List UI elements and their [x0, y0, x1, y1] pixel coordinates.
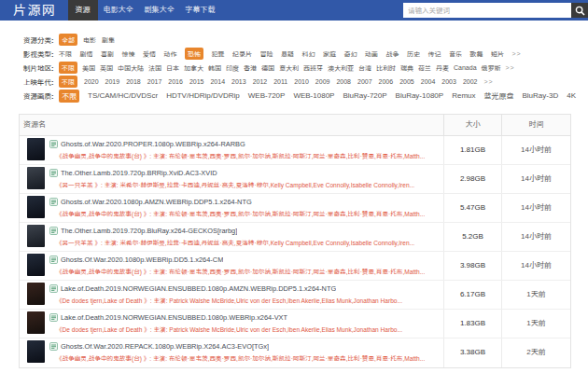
filter-option[interactable]: BluRay-720P: [343, 91, 386, 100]
filter-option[interactable]: 不限: [59, 62, 77, 74]
filter-option[interactable]: 历史: [407, 49, 420, 59]
filter-option[interactable]: 动画: [365, 49, 378, 59]
resource-name-link[interactable]: Ghosts.of.War.2020.1080p.AMZN.WEBRip.DDP…: [61, 198, 252, 206]
resource-description: 《战争幽灵,战争中的鬼故事(台) 》: 主演: 布伦顿·思韦茨,西奥·罗西,凯尔…: [56, 209, 425, 218]
nav-item-2[interactable]: 剧集大全: [139, 0, 180, 21]
filter-option[interactable]: 科幻: [302, 49, 315, 59]
resource-text: Ghosts.Of.War.2020.REPACK.1080p.WEBRip.X…: [49, 338, 425, 367]
filter-option[interactable]: 2014: [210, 78, 225, 85]
filter-option[interactable]: 瑞典: [400, 63, 413, 73]
filter-option[interactable]: 意大利: [279, 63, 299, 73]
filter-option[interactable]: 2018: [126, 78, 141, 85]
filter-option[interactable]: 台湾: [358, 63, 371, 73]
filter-option[interactable]: 不限: [59, 49, 72, 59]
filter-more[interactable]: >>: [512, 50, 522, 57]
filter-option[interactable]: 西班牙: [303, 63, 323, 73]
filter-option[interactable]: 2003: [441, 78, 456, 85]
filter-option[interactable]: 2005: [399, 78, 414, 85]
nav-item-3[interactable]: 字幕下载: [180, 0, 221, 21]
site-logo[interactable]: 片源网: [0, 0, 68, 21]
filter-option[interactable]: 法国: [148, 63, 161, 73]
filter-option[interactable]: 2019: [105, 78, 120, 85]
resource-name-link[interactable]: Ghosts.Of.War.2020.1080p.WEBRip.DD5.1.x2…: [61, 256, 223, 264]
resource-name-link[interactable]: The.Other.Lamb.2019.720p.BRRip.XviD.AC3-…: [61, 169, 217, 177]
filter-option[interactable]: 短片: [491, 49, 504, 59]
filter-option[interactable]: 2017: [147, 78, 162, 85]
filter-option[interactable]: 家庭: [323, 49, 336, 59]
filter-option[interactable]: 2016: [168, 78, 183, 85]
filter-option[interactable]: WEB-720P: [248, 91, 286, 100]
resource-text: The.Other.Lamb.2019.720p.BRRip.XviD.AC3-…: [49, 165, 414, 193]
filter-option[interactable]: 蓝光原盘: [484, 90, 514, 101]
filter-option[interactable]: 电影: [83, 35, 96, 45]
filter-option[interactable]: 剧集: [102, 35, 115, 45]
resource-name-link[interactable]: Ghosts.Of.War.2020.REPACK.1080p.WEBRip.X…: [61, 342, 269, 351]
filter-option[interactable]: 2002: [463, 78, 478, 85]
filter-option[interactable]: 2008: [336, 78, 351, 85]
filter-option[interactable]: 2013: [231, 78, 246, 85]
filter-option[interactable]: 韩国: [208, 63, 221, 73]
search-button[interactable]: [571, 3, 588, 18]
filter-option[interactable]: 不限: [59, 76, 77, 88]
filter-option[interactable]: 丹麦: [436, 63, 449, 73]
filter-option[interactable]: 2020: [84, 78, 99, 85]
filter-option[interactable]: 纪录片: [232, 49, 252, 59]
filter-option[interactable]: 2006: [379, 78, 394, 85]
filter-option[interactable]: BluRay-1080P: [396, 91, 444, 100]
filter-option[interactable]: 2015: [189, 78, 204, 85]
resource-name-link[interactable]: Lake.of.Death.2019.NORWEGIAN.ENSUBBED.10…: [61, 313, 287, 322]
filter-option[interactable]: 印度: [226, 63, 239, 73]
filter-option[interactable]: BluRay-3D: [523, 91, 559, 100]
filter-option[interactable]: 恐怖: [185, 48, 203, 60]
filter-option[interactable]: 2004: [421, 78, 436, 85]
filter-option[interactable]: 荷兰: [418, 63, 431, 73]
filter-option[interactable]: Remux: [452, 91, 475, 100]
filter-option[interactable]: 2010: [294, 78, 309, 85]
filter-option[interactable]: 德国: [261, 63, 274, 73]
filter-option[interactable]: 悬疑: [281, 49, 294, 59]
filter-option[interactable]: 惊悚: [122, 49, 135, 59]
filter-option[interactable]: 动作: [164, 49, 177, 59]
filter-option[interactable]: 音乐: [449, 49, 462, 59]
filter-option[interactable]: 俄罗斯: [482, 63, 501, 73]
filter-option[interactable]: 歌舞: [470, 49, 483, 59]
resource-name-link[interactable]: Ghosts.of.War.2020.PROPER.1080p.WEBRip.x…: [61, 140, 245, 148]
filter-option[interactable]: 英国: [100, 63, 113, 73]
filter-option[interactable]: 2007: [357, 78, 372, 85]
filter-option[interactable]: 2011: [273, 78, 287, 85]
search-input[interactable]: [403, 3, 571, 18]
cell-time: 2天前: [501, 338, 570, 367]
filter-option[interactable]: 剧情: [80, 49, 93, 59]
filter-option[interactable]: 美国: [82, 63, 95, 73]
filter-option[interactable]: 比利时: [376, 63, 396, 73]
filter-option[interactable]: 不限: [59, 90, 79, 103]
filter-option[interactable]: 传记: [428, 49, 441, 59]
filter-label: 影视类型:: [23, 48, 59, 59]
table-body: Ghosts.of.War.2020.PROPER.1080p.WEBRip.x…: [20, 136, 570, 367]
filter-more[interactable]: >>: [506, 64, 515, 71]
filter-option[interactable]: 日本: [166, 63, 179, 73]
filter-option[interactable]: 中国大陆: [118, 63, 144, 73]
filter-option[interactable]: 战争: [386, 49, 399, 59]
resource-name-link[interactable]: The.Other.Lamb.2019.720p.BluRay.x264-GEC…: [61, 227, 237, 235]
filter-option[interactable]: 澳大利亚: [328, 63, 354, 73]
filter-option[interactable]: 喜剧: [101, 49, 114, 59]
filter-option[interactable]: 4K: [567, 91, 576, 100]
filter-option[interactable]: 奇幻: [344, 49, 357, 59]
filter-option[interactable]: HDTV/HDRip/DVDRip: [166, 91, 240, 100]
filter-option[interactable]: 香港: [244, 63, 257, 73]
filter-option[interactable]: 2009: [315, 78, 330, 85]
filter-option[interactable]: 冒险: [260, 49, 273, 59]
nav-item-0[interactable]: 资源: [68, 0, 98, 21]
filter-option[interactable]: 犯罪: [212, 49, 225, 59]
filter-option[interactable]: TS/CAM/HC/DVDScr: [88, 91, 158, 100]
resource-name-link[interactable]: Lake.of.Death.2019.NORWEGIAN.ENSUBBED.10…: [61, 284, 336, 293]
nav-item-1[interactable]: 电影大全: [98, 0, 139, 21]
filter-more[interactable]: >>: [483, 78, 493, 85]
filter-option[interactable]: 全部: [59, 34, 77, 46]
filter-option[interactable]: 2012: [253, 78, 268, 85]
filter-option[interactable]: WEB-1080P: [293, 91, 334, 100]
filter-option[interactable]: 加拿大: [184, 63, 203, 73]
filter-option[interactable]: 爱情: [143, 49, 156, 59]
filter-option[interactable]: Canada: [454, 64, 477, 71]
